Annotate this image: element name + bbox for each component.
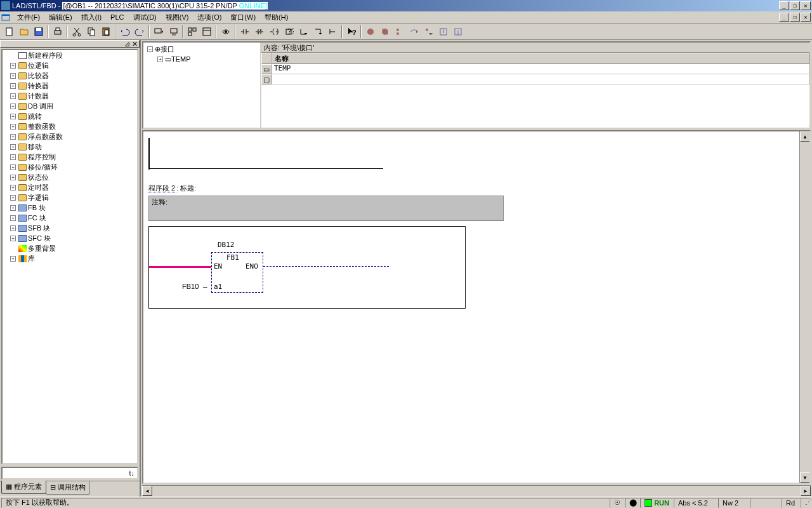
ladder-diagram[interactable]: DB12 FB1 EN ENO a1 FB10 – bbox=[148, 226, 466, 309]
expand-icon[interactable]: + bbox=[10, 144, 16, 150]
save-button[interactable] bbox=[32, 25, 46, 39]
doc-close-button[interactable]: ✕ bbox=[801, 13, 811, 22]
tree-item[interactable]: +库 bbox=[10, 253, 137, 264]
expand-icon[interactable]: + bbox=[10, 83, 16, 89]
redo-button[interactable] bbox=[133, 25, 147, 39]
tree-item[interactable]: +跳转 bbox=[10, 111, 137, 121]
vertical-scrollbar[interactable]: ▲ ▼ bbox=[799, 131, 809, 483]
menu-edit[interactable]: 编辑(E) bbox=[44, 11, 77, 23]
menu-window[interactable]: 窗口(W) bbox=[226, 11, 260, 23]
paste-button[interactable] bbox=[99, 25, 113, 39]
filter-dropdown-icon[interactable]: t↓ bbox=[129, 469, 134, 477]
doc-minimize-button[interactable]: _ bbox=[779, 13, 789, 22]
scroll-left-icon[interactable]: ◄ bbox=[142, 486, 152, 496]
expand-icon[interactable]: + bbox=[10, 154, 16, 160]
help-cursor-button[interactable]: ? bbox=[344, 25, 358, 39]
comment-box[interactable]: 注释: bbox=[148, 196, 504, 221]
tree-item[interactable]: +字逻辑 bbox=[10, 192, 137, 203]
expand-icon[interactable]: + bbox=[10, 185, 16, 190]
coil-button[interactable]: ( ) bbox=[267, 25, 281, 39]
bp-list-button[interactable] bbox=[393, 25, 407, 39]
expand-icon[interactable]: + bbox=[10, 134, 16, 140]
bp-delete-button[interactable] bbox=[378, 25, 392, 39]
monitor-button[interactable] bbox=[219, 25, 233, 39]
new-button[interactable] bbox=[3, 25, 16, 39]
expand-icon[interactable]: + bbox=[10, 114, 16, 119]
menu-insert[interactable]: 插入(I) bbox=[77, 11, 106, 23]
run-to-button[interactable] bbox=[451, 25, 465, 39]
contact-nc-button[interactable] bbox=[252, 25, 266, 39]
expand-icon[interactable]: + bbox=[10, 256, 16, 262]
download-button[interactable] bbox=[152, 25, 166, 39]
print-button[interactable] bbox=[51, 25, 65, 39]
collapse-icon[interactable]: − bbox=[147, 46, 153, 52]
tree-item[interactable]: +SFB 块 bbox=[10, 223, 137, 233]
tab-program-elements[interactable]: ▦程序元素 bbox=[1, 481, 46, 494]
tree-item[interactable]: +多重背景 bbox=[10, 243, 137, 253]
expand-icon[interactable]: + bbox=[10, 73, 16, 79]
menu-debug[interactable]: 调试(D) bbox=[129, 11, 161, 23]
bp-set-button[interactable] bbox=[363, 25, 377, 39]
tree-item[interactable]: +计数器 bbox=[10, 91, 137, 101]
menu-view[interactable]: 视图(V) bbox=[161, 11, 193, 23]
expand-icon[interactable]: + bbox=[10, 175, 16, 180]
cut-button[interactable] bbox=[70, 25, 84, 39]
box-button[interactable]: ?? bbox=[282, 25, 296, 39]
undo-button[interactable] bbox=[118, 25, 132, 39]
overview-button[interactable] bbox=[185, 25, 199, 39]
menu-file[interactable]: 文件(F) bbox=[13, 11, 44, 23]
tree-item[interactable]: +移动 bbox=[10, 142, 137, 152]
step-out-button[interactable] bbox=[436, 25, 450, 39]
expand-icon[interactable]: + bbox=[10, 205, 16, 211]
expand-icon[interactable]: + bbox=[10, 104, 16, 109]
scroll-right-icon[interactable]: ► bbox=[801, 486, 811, 496]
tree-item[interactable]: +FC 块 bbox=[10, 213, 137, 223]
step-over-button[interactable] bbox=[407, 25, 421, 39]
tree-item[interactable]: +SFC 块 bbox=[10, 233, 137, 243]
connection-button[interactable] bbox=[325, 25, 339, 39]
open-button[interactable] bbox=[17, 25, 31, 39]
expand-icon[interactable]: + bbox=[10, 93, 16, 99]
expand-icon[interactable]: + bbox=[10, 124, 16, 130]
copy-button[interactable] bbox=[84, 25, 98, 39]
branch-close-button[interactable] bbox=[311, 25, 325, 39]
tree-item[interactable]: +新建程序段 bbox=[10, 50, 137, 60]
close-button[interactable]: ✕ bbox=[801, 1, 811, 10]
tree-item[interactable]: +移位/循环 bbox=[10, 162, 137, 172]
detail-button[interactable] bbox=[200, 25, 214, 39]
tree-item[interactable]: +位逻辑 bbox=[10, 60, 137, 70]
tree-item[interactable]: +定时器 bbox=[10, 182, 137, 192]
sidebar-close-icon[interactable]: ⊿ ✕ bbox=[124, 40, 138, 48]
element-tree[interactable]: +新建程序段+位逻辑+比较器+转换器+计数器+DB 调用+跳转+整数函数+浮点数… bbox=[1, 49, 138, 464]
tree-item[interactable]: +整数函数 bbox=[10, 121, 137, 131]
interface-tree[interactable]: −⊕ 接口 +▭ TEMP bbox=[143, 43, 261, 128]
tab-call-structure[interactable]: ⊟调用结构 bbox=[46, 481, 90, 495]
tree-item[interactable]: +状态位 bbox=[10, 172, 137, 182]
upload-button[interactable] bbox=[166, 25, 180, 39]
editor[interactable]: 程序段 2: 标题: 注释: DB12 FB1 EN ENO a1 FB10 –… bbox=[142, 130, 811, 484]
tree-item[interactable]: +转换器 bbox=[10, 81, 137, 91]
menu-plc[interactable]: PLC bbox=[106, 12, 128, 22]
doc-restore-button[interactable]: ❐ bbox=[790, 13, 800, 22]
expand-icon[interactable]: + bbox=[10, 164, 16, 170]
scroll-down-icon[interactable]: ▼ bbox=[800, 472, 810, 483]
column-name[interactable]: 名称 bbox=[272, 53, 809, 64]
expand-icon[interactable]: + bbox=[10, 195, 16, 201]
network-header[interactable]: 程序段 2: 标题: bbox=[148, 184, 799, 193]
restore-button[interactable]: ❐ bbox=[790, 1, 800, 10]
expand-icon[interactable]: + bbox=[10, 215, 16, 221]
filter-input[interactable]: t↓ bbox=[1, 467, 138, 479]
tree-item[interactable]: +DB 调用 bbox=[10, 101, 137, 111]
table-row[interactable]: ▭ TEMP bbox=[261, 64, 809, 74]
expand-icon[interactable]: + bbox=[10, 225, 16, 231]
scroll-up-icon[interactable]: ▲ bbox=[800, 131, 810, 142]
expand-icon[interactable]: + bbox=[10, 236, 16, 241]
expand-icon[interactable]: + bbox=[157, 57, 163, 62]
expand-icon[interactable]: + bbox=[10, 63, 16, 69]
tree-item[interactable]: +浮点数函数 bbox=[10, 131, 137, 142]
minimize-button[interactable]: _ bbox=[779, 1, 789, 10]
contact-no-button[interactable] bbox=[238, 25, 252, 39]
fb-input-label[interactable]: FB10 – bbox=[182, 283, 207, 291]
branch-open-button[interactable] bbox=[296, 25, 310, 39]
step-into-button[interactable] bbox=[422, 25, 436, 39]
